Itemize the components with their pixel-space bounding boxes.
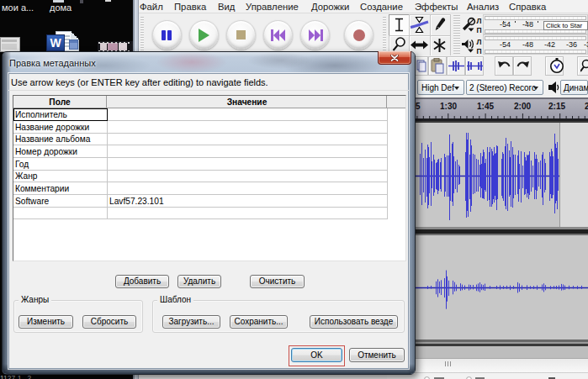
- svg-text:Л: Л: [477, 38, 482, 46]
- svg-text:П: П: [477, 26, 482, 34]
- svg-text:Л: Л: [477, 17, 482, 25]
- svg-text:П: П: [477, 47, 482, 55]
